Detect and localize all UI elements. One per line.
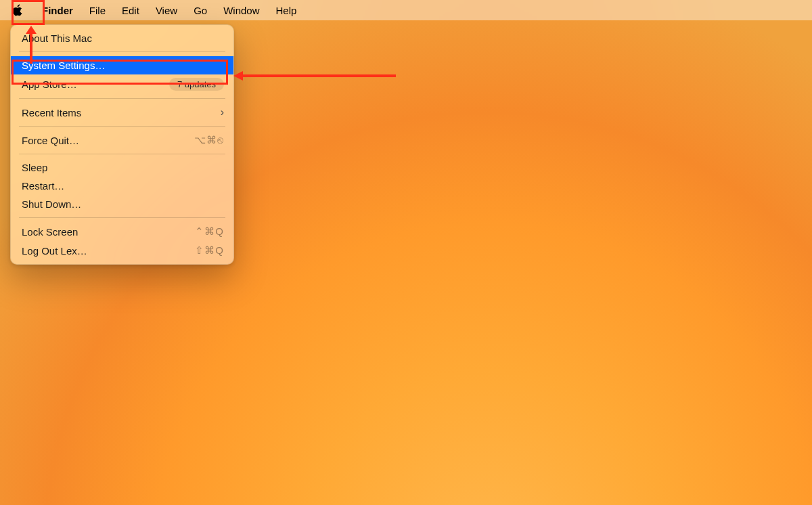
svg-marker-3 — [233, 71, 243, 81]
menubar-item-go[interactable]: Go — [185, 0, 215, 20]
chevron-right-icon: › — [221, 106, 224, 118]
keyboard-shortcut: ⇧⌘Q — [195, 244, 224, 257]
menubar-item-edit[interactable]: Edit — [114, 0, 148, 20]
menubar-item-finder[interactable]: Finder — [34, 0, 81, 20]
menubar-item-label: View — [156, 5, 177, 16]
menu-item-label: Recent Items — [22, 107, 81, 118]
menubar-item-label: Help — [276, 5, 297, 16]
annotation-arrow-left-icon — [233, 69, 396, 83]
menu-item-label: Log Out Lex… — [22, 245, 87, 257]
menu-item-app-store[interactable]: App Store… 7 updates — [11, 74, 233, 94]
menubar-item-file[interactable]: File — [81, 0, 114, 20]
update-count-badge: 7 updates — [169, 78, 224, 91]
menubar-item-window[interactable]: Window — [215, 0, 267, 20]
keyboard-shortcut: ⌥⌘⎋ — [194, 134, 224, 146]
menubar-item-label: Edit — [122, 5, 139, 16]
menu-item-about-this-mac[interactable]: About This Mac — [11, 29, 233, 47]
keyboard-shortcut: ⌃⌘Q — [195, 225, 224, 238]
menu-item-sleep[interactable]: Sleep — [11, 158, 233, 177]
menu-item-shut-down[interactable]: Shut Down… — [11, 195, 233, 213]
menu-item-system-settings[interactable]: System Settings… — [11, 56, 233, 74]
menu-item-restart[interactable]: Restart… — [11, 177, 233, 195]
apple-menu-button[interactable] — [3, 0, 34, 20]
menubar-item-label: File — [89, 5, 106, 16]
menu-separator — [19, 98, 225, 99]
menu-item-label: Force Quit… — [22, 135, 79, 146]
menu-item-label: Shut Down… — [22, 198, 81, 210]
menu-separator — [19, 126, 225, 127]
menubar-item-view[interactable]: View — [148, 0, 185, 20]
menu-item-label: Sleep — [22, 162, 47, 173]
menu-item-label: System Settings… — [22, 60, 105, 71]
apple-logo-icon — [12, 4, 24, 16]
menu-item-label: About This Mac — [22, 32, 92, 44]
menu-separator — [19, 51, 225, 52]
menu-bar: Finder File Edit View Go Window Help — [0, 0, 812, 20]
apple-menu-dropdown: About This Mac System Settings… App Stor… — [10, 24, 234, 265]
menu-item-lock-screen[interactable]: Lock Screen ⌃⌘Q — [11, 222, 233, 241]
menubar-item-label: Go — [194, 5, 207, 16]
menu-item-force-quit[interactable]: Force Quit… ⌥⌘⎋ — [11, 131, 233, 150]
menu-separator — [19, 154, 225, 154]
menubar-item-label: Window — [223, 5, 259, 16]
menu-separator — [19, 217, 225, 218]
menu-item-recent-items[interactable]: Recent Items › — [11, 103, 233, 122]
menubar-item-help[interactable]: Help — [268, 0, 305, 20]
menubar-item-label: Finder — [42, 5, 73, 16]
menu-item-label: App Store… — [22, 79, 77, 90]
menu-item-log-out[interactable]: Log Out Lex… ⇧⌘Q — [11, 241, 233, 260]
menu-item-label: Lock Screen — [22, 226, 78, 238]
menu-item-label: Restart… — [22, 180, 64, 192]
